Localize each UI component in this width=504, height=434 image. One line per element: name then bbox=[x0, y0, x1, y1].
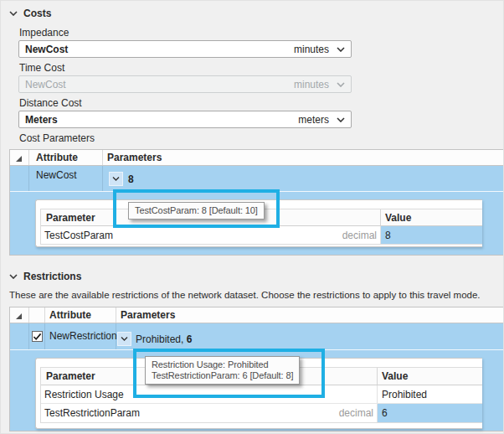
restrictions-table-parameters-header[interactable]: Parameters bbox=[116, 307, 504, 323]
cost-sub-value-header[interactable]: Value bbox=[381, 209, 482, 225]
cost-parameter-tooltip: TestCostParam: 8 [Default: 10] bbox=[128, 202, 265, 220]
restriction-summary-bold-value: 6 bbox=[187, 333, 193, 345]
restrictions-table-header-row: Attribute Parameters bbox=[10, 307, 504, 323]
time-cost-label: Time Cost bbox=[19, 62, 64, 74]
cost-sub-parameter-cell: TestCostParam decimal bbox=[41, 226, 381, 244]
restriction-row-parameters-cell[interactable]: Prohibited, 6 bbox=[116, 323, 504, 349]
restrictions-table-checkbox-header[interactable] bbox=[29, 307, 45, 323]
restrictions-collapse-icon[interactable] bbox=[9, 274, 18, 279]
cost-row-selector-cell[interactable] bbox=[10, 166, 29, 191]
restriction-row-newrestriction[interactable]: NewRestriction Prohibited, 6 bbox=[10, 323, 504, 350]
distance-cost-combobox[interactable]: Meters meters bbox=[18, 111, 352, 128]
restriction-tooltip-line2: TestRestrictionParam: 6 [Default: 8] bbox=[152, 370, 293, 381]
cost-sub-parameter-name: TestCostParam bbox=[44, 230, 113, 241]
restriction-param-type: decimal bbox=[339, 407, 377, 419]
restriction-parameters-summary: Prohibited, 6 bbox=[136, 333, 192, 345]
restriction-sub-value-header[interactable]: Value bbox=[378, 368, 482, 385]
restriction-row-checkbox-cell[interactable] bbox=[29, 323, 45, 349]
impedance-value: NewCost bbox=[25, 44, 68, 55]
costs-section-title: Costs bbox=[23, 8, 51, 19]
cost-table-row-newcost[interactable]: NewCost 8 bbox=[10, 166, 504, 192]
restriction-param-value-cell[interactable]: 6 bbox=[378, 404, 482, 422]
restriction-usage-value-cell[interactable]: Prohibited bbox=[378, 385, 482, 403]
cost-sub-parameter-type: decimal bbox=[342, 230, 380, 241]
restriction-summary-prefix: Prohibited, bbox=[136, 333, 187, 345]
time-cost-combobox: NewCost minutes bbox=[18, 75, 352, 93]
restrictions-section-title: Restrictions bbox=[23, 271, 81, 282]
restriction-sub-row-usage[interactable]: Restriction Usage Prohibited bbox=[41, 385, 482, 404]
restriction-param-name: TestRestrictionParam bbox=[44, 407, 140, 419]
cost-table-parameters-header[interactable]: Parameters bbox=[103, 150, 504, 165]
restriction-sub-row-testparam[interactable]: TestRestrictionParam decimal 6 bbox=[41, 404, 482, 422]
restriction-tooltip-line1: Restriction Usage: Prohibited bbox=[152, 359, 293, 370]
distance-cost-value: Meters bbox=[25, 114, 58, 126]
travel-mode-settings-panel: Costs Impedance NewCost minutes Time Cos… bbox=[0, 0, 504, 434]
restrictions-section-header[interactable]: Restrictions bbox=[9, 271, 81, 282]
restriction-row-attribute-cell[interactable]: NewRestriction bbox=[45, 323, 116, 349]
cost-parameters-label: Cost Parameters bbox=[19, 132, 95, 144]
sort-corner-icon bbox=[16, 156, 22, 162]
cost-parameters-dropdown-button[interactable] bbox=[109, 172, 123, 186]
cost-row-parameters-cell[interactable]: 8 bbox=[103, 166, 504, 191]
cost-sub-row-testcostparam[interactable]: TestCostParam decimal 8 bbox=[41, 226, 482, 244]
restriction-parameters-dropdown-button[interactable] bbox=[117, 332, 131, 346]
restriction-row-selector-cell[interactable] bbox=[10, 323, 29, 349]
distance-cost-unit-chevron-icon[interactable] bbox=[337, 117, 345, 122]
cost-parameters-summary-value: 8 bbox=[128, 173, 134, 185]
cost-table-header-row: Attribute Parameters bbox=[10, 150, 504, 166]
impedance-unit-select[interactable]: minutes bbox=[294, 44, 329, 55]
impedance-label: Impedance bbox=[19, 27, 69, 39]
restriction-param-parameter-cell: TestRestrictionParam decimal bbox=[41, 404, 378, 422]
time-cost-value: NewCost bbox=[25, 79, 66, 90]
restrictions-table-attribute-header[interactable]: Attribute bbox=[45, 307, 116, 323]
costs-collapse-icon[interactable] bbox=[9, 11, 18, 16]
restriction-enabled-checkbox[interactable] bbox=[32, 331, 43, 342]
time-cost-unit-chevron-icon bbox=[337, 82, 345, 87]
costs-section-header[interactable]: Costs bbox=[9, 8, 51, 19]
cost-table-corner-header[interactable] bbox=[10, 150, 29, 165]
impedance-unit-chevron-icon[interactable] bbox=[337, 47, 345, 52]
cost-table-attribute-header[interactable]: Attribute bbox=[29, 150, 103, 165]
cost-tooltip-text: TestCostParam: 8 [Default: 10] bbox=[135, 205, 258, 216]
impedance-combobox[interactable]: NewCost minutes bbox=[18, 40, 352, 58]
cost-sub-value-cell[interactable]: 8 bbox=[381, 226, 482, 244]
cost-row-attribute-cell[interactable]: NewCost bbox=[29, 166, 103, 191]
time-cost-unit-select: minutes bbox=[294, 79, 329, 90]
restriction-usage-parameter-cell: Restriction Usage bbox=[41, 385, 378, 403]
distance-cost-unit-select[interactable]: meters bbox=[298, 114, 329, 126]
restriction-parameter-tooltip: Restriction Usage: Prohibited TestRestri… bbox=[145, 356, 300, 385]
restriction-usage-name: Restriction Usage bbox=[44, 389, 124, 400]
distance-cost-label: Distance Cost bbox=[19, 97, 82, 109]
restrictions-table-corner-header[interactable] bbox=[10, 307, 29, 323]
sort-corner-icon bbox=[16, 313, 22, 319]
restrictions-description: These are the available restrictions of … bbox=[9, 290, 481, 300]
